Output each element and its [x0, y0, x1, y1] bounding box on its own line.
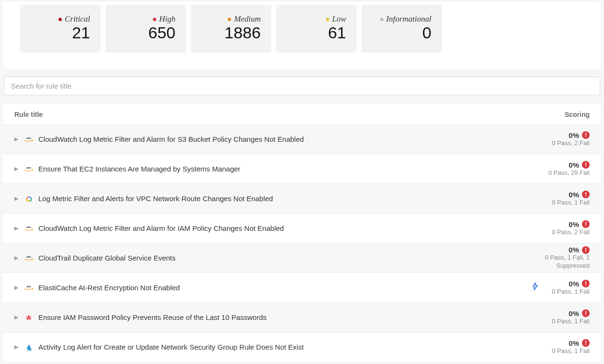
expand-row-icon[interactable]: ▶ — [14, 195, 19, 202]
fail-status-icon: ! — [582, 220, 590, 228]
column-header-title: Rule title — [14, 111, 43, 118]
rule-title: CloudTrail Duplicate Global Service Even… — [38, 254, 175, 262]
fail-status-icon: ! — [582, 280, 590, 287]
expand-row-icon[interactable]: ▶ — [14, 314, 19, 320]
severity-count: 0 — [422, 24, 431, 42]
aws-provider-icon: aws — [24, 253, 34, 263]
rule-title: Activity Log Alert for Create or Update … — [38, 343, 304, 351]
severity-card-low[interactable]: Low61 — [276, 5, 357, 53]
severity-label: Critical — [65, 14, 90, 24]
rule-title: Log Metric Filter and Alerts for VPC Net… — [38, 194, 273, 203]
rule-title: ElastiCache At-Rest Encryption Not Enabl… — [38, 284, 180, 292]
severity-card-high[interactable]: High650 — [105, 5, 186, 53]
svg-text:aws: aws — [26, 166, 31, 169]
severity-summary-panel: Critical21High650Medium1886Low61Informat… — [3, 2, 601, 69]
score-detail: 0 Pass, 2 Fail — [552, 139, 590, 148]
fail-status-icon: ! — [582, 191, 590, 198]
table-row[interactable]: ▶awsCloudWatch Log Metric Filter and Ala… — [3, 213, 601, 243]
expand-row-icon[interactable]: ▶ — [14, 166, 19, 172]
score-percent: 0% — [569, 161, 579, 169]
svg-text:aws: aws — [26, 136, 31, 139]
rules-table: Rule title Scoring ▶awsCloudWatch Log Me… — [3, 104, 601, 362]
severity-label: Low — [332, 14, 346, 24]
severity-dot-icon — [326, 18, 329, 21]
severity-dot-icon — [380, 18, 383, 21]
score-percent: 0% — [569, 131, 579, 139]
expand-row-icon[interactable]: ▶ — [14, 344, 19, 350]
severity-dot-icon — [153, 18, 156, 21]
score-detail: 0 Pass, 1 Fail, 1 Suppressed — [532, 254, 590, 270]
search-input[interactable] — [4, 77, 600, 95]
fail-status-icon: ! — [582, 309, 590, 317]
expand-row-icon[interactable]: ▶ — [14, 225, 19, 231]
aws-provider-icon: aws — [24, 164, 34, 174]
table-row[interactable]: ▶Ensure IAM Password Policy Prevents Reu… — [3, 302, 601, 332]
severity-label: High — [159, 14, 175, 24]
gcp-provider-icon — [24, 194, 34, 204]
severity-count: 61 — [328, 24, 346, 42]
azure-provider-icon — [24, 342, 34, 352]
fail-status-icon: ! — [582, 339, 590, 347]
score-percent: 0% — [569, 220, 579, 228]
table-row[interactable]: ▶awsElastiCache At-Rest Encryption Not E… — [3, 273, 601, 302]
severity-label: Informational — [386, 14, 431, 24]
table-row[interactable]: ▶awsEnsure That EC2 Instances Are Manage… — [3, 154, 601, 183]
aws-provider-icon: aws — [24, 283, 34, 293]
svg-text:aws: aws — [26, 255, 31, 258]
score-detail: 0 Pass, 1 Fail — [552, 318, 590, 326]
table-row[interactable]: ▶Log Metric Filter and Alerts for VPC Ne… — [3, 183, 601, 213]
severity-count: 650 — [148, 24, 175, 42]
score-detail: 0 Pass, 29 Fail — [548, 169, 590, 177]
expand-row-icon[interactable]: ▶ — [14, 136, 19, 142]
svg-text:aws: aws — [26, 285, 31, 288]
rule-title: CloudWatch Log Metric Filter and Alarm f… — [38, 224, 284, 232]
score-percent: 0% — [569, 246, 579, 254]
table-row[interactable]: ▶awsCloudWatch Log Metric Filter and Ala… — [3, 124, 601, 154]
aws-provider-icon: aws — [24, 135, 34, 144]
fail-status-icon: ! — [582, 161, 590, 169]
fail-status-icon: ! — [582, 131, 590, 139]
table-row[interactable]: ▶Activity Log Alert for Create or Update… — [3, 332, 601, 362]
severity-card-medium[interactable]: Medium1886 — [191, 5, 271, 53]
score-detail: 0 Pass, 1 Fail — [552, 347, 590, 355]
score-detail: 0 Pass, 1 Fail — [552, 288, 590, 296]
severity-label: Medium — [234, 14, 261, 24]
score-percent: 0% — [569, 339, 579, 347]
score-percent: 0% — [569, 191, 579, 199]
expand-row-icon[interactable]: ▶ — [14, 284, 19, 291]
severity-card-informational[interactable]: Informational0 — [361, 5, 442, 53]
rule-title: Ensure IAM Password Policy Prevents Reus… — [38, 313, 267, 321]
score-percent: 0% — [569, 280, 579, 288]
table-row[interactable]: ▶awsCloudTrail Duplicate Global Service … — [3, 243, 601, 273]
expand-row-icon[interactable]: ▶ — [14, 255, 19, 261]
severity-dot-icon — [58, 18, 62, 21]
huawei-provider-icon — [24, 313, 34, 322]
severity-count: 21 — [72, 24, 90, 42]
score-detail: 0 Pass, 2 Fail — [552, 228, 590, 237]
aws-provider-icon: aws — [24, 224, 34, 233]
severity-dot-icon — [228, 18, 231, 21]
column-header-scoring: Scoring — [565, 111, 590, 118]
svg-text:aws: aws — [26, 226, 31, 228]
severity-count: 1886 — [224, 24, 261, 42]
score-detail: 0 Pass, 1 Fail — [552, 199, 590, 207]
rule-title: CloudWatch Log Metric Filter and Alarm f… — [38, 135, 304, 143]
score-percent: 0% — [569, 309, 579, 318]
rule-title: Ensure That EC2 Instances Are Managed by… — [38, 165, 241, 173]
severity-card-critical[interactable]: Critical21 — [20, 5, 101, 53]
lightning-bolt-icon — [531, 282, 540, 293]
fail-status-icon: ! — [582, 246, 590, 254]
